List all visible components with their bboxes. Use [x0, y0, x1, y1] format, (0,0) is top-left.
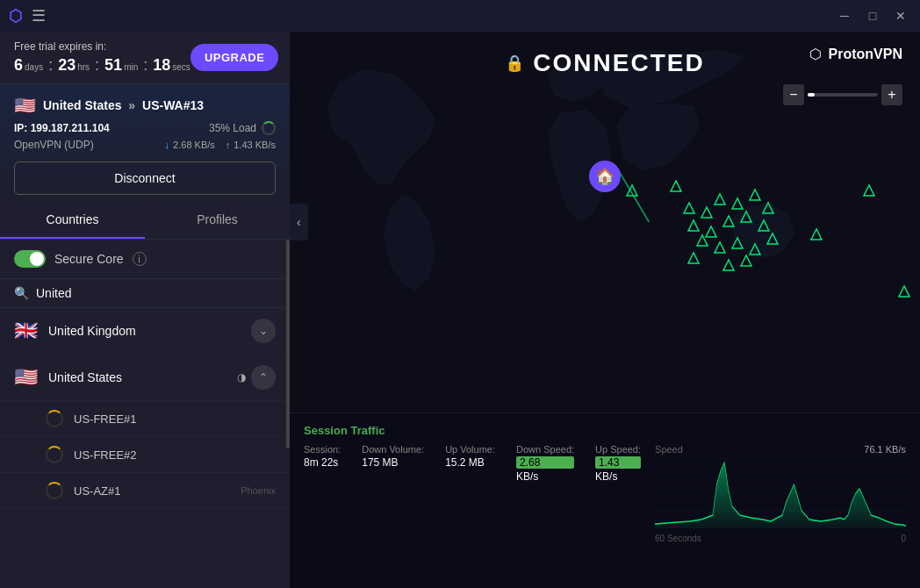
trial-banner: Free trial expires in: 6 days : 23 hrs :…	[0, 32, 290, 84]
trial-hrs-label: hrs	[77, 62, 90, 72]
graph-title: Session Traffic	[304, 424, 906, 437]
load-circle-icon	[262, 121, 276, 135]
us-load-icon: ◑	[237, 371, 246, 384]
uk-country-actions: ⌄	[251, 319, 276, 343]
uk-expand-button[interactable]: ⌄	[251, 319, 276, 343]
server-name-1: US-FREE#1	[74, 412, 276, 426]
trial-secs-num: 18	[153, 56, 170, 75]
down-arrow-icon: ↓	[165, 140, 170, 150]
trial-days: 6 days	[14, 56, 43, 75]
graph-time-labels: 60 Seconds 0	[655, 534, 906, 543]
time-sep-3: :	[143, 56, 147, 75]
server-load-circle-2	[46, 446, 63, 463]
search-input[interactable]	[36, 286, 276, 300]
back-button[interactable]: ‹	[290, 204, 308, 240]
graph-time-left: 60 Seconds	[655, 534, 701, 543]
svg-marker-17	[767, 233, 778, 244]
stat-down-volume-label: Down Volume:	[362, 444, 424, 455]
trial-min-label: min	[124, 62, 138, 72]
time-sep-1: :	[48, 56, 53, 75]
graph-stats: Session: 8m 22s Down Volume: 175 MB Up V…	[304, 444, 641, 536]
sidebar-inner: Secure Core i 🔍 🇬🇧 United Kingdom ⌄	[0, 240, 290, 588]
graph-header: Speed 76.1 KB/s	[655, 444, 906, 455]
upgrade-button[interactable]: UPGRADE	[190, 44, 279, 71]
disconnect-button[interactable]: Disconnect	[14, 161, 276, 195]
trial-hrs-num: 23	[58, 56, 75, 75]
title-bar: ☰ ─ □ ✕	[0, 0, 920, 32]
protonvpn-name: ProtonVPN	[829, 47, 902, 62]
proton-logo-icon	[7, 7, 25, 25]
svg-marker-39	[655, 463, 906, 528]
country-name-uk: United Kingdom	[48, 324, 251, 338]
svg-marker-18	[688, 253, 699, 263]
graph-content: Session: 8m 22s Down Volume: 175 MB Up V…	[304, 444, 906, 543]
trial-countdown: 6 days : 23 hrs : 51 min : 18	[14, 56, 190, 75]
graph-chart-area: Speed 76.1 KB/s	[655, 444, 906, 543]
svg-line-1	[617, 169, 649, 222]
tab-profiles[interactable]: Profiles	[145, 202, 290, 239]
svg-marker-13	[697, 235, 708, 246]
svg-marker-10	[723, 216, 734, 226]
close-button[interactable]: ✕	[888, 4, 913, 28]
svg-marker-9	[706, 226, 716, 237]
connected-text: CONNECTED	[533, 49, 704, 77]
stat-up-speed-unit: KB/s	[595, 470, 641, 483]
connection-location: United States » US-WA#13	[43, 98, 204, 112]
svg-marker-20	[741, 255, 751, 266]
maximize-button[interactable]: □	[860, 4, 885, 28]
zoom-in-button[interactable]: +	[881, 84, 902, 105]
country-item-us[interactable]: 🇺🇸 United States ◑ ⌃	[0, 355, 290, 401]
tab-countries[interactable]: Countries	[0, 202, 145, 239]
graph-speed-axis-label: Speed	[655, 444, 683, 455]
stat-down-volume: Down Volume: 175 MB	[362, 444, 424, 536]
main-layout: Free trial expires in: 6 days : 23 hrs :…	[0, 32, 920, 588]
stat-up-speed: Up Speed: 1.43 KB/s	[595, 444, 641, 536]
country-item-uk[interactable]: 🇬🇧 United Kingdom ⌄	[0, 308, 290, 355]
svg-marker-11	[741, 212, 751, 222]
minimize-button[interactable]: ─	[832, 4, 857, 28]
speed-info: ↓ 2.68 KB/s ↑ 1.43 KB/s	[165, 140, 276, 150]
zoom-out-button[interactable]: −	[783, 84, 804, 105]
lock-icon: 🔒	[505, 54, 524, 73]
trial-secs-label: secs	[172, 62, 190, 72]
stat-up-volume-value: 15.2 MB	[445, 456, 495, 469]
stat-up-speed-label: Up Speed:	[595, 444, 641, 455]
secure-core-toggle[interactable]	[14, 250, 46, 268]
connection-details: IP: 199.187.211.104 35% Load	[14, 121, 276, 135]
search-icon: 🔍	[14, 286, 29, 300]
stat-session-value: 8m 22s	[304, 456, 341, 469]
right-panel: 🔒 CONNECTED ⬡ ProtonVPN − + ‹	[290, 32, 920, 588]
us-flag-icon: 🇺🇸	[14, 95, 36, 116]
svg-marker-29	[899, 286, 909, 297]
server-location-3: Phoenix	[241, 485, 276, 496]
title-bar-left: ☰	[7, 6, 46, 25]
stat-down-speed-label: Down Speed:	[516, 444, 574, 455]
svg-marker-15	[732, 238, 743, 248]
svg-marker-3	[701, 207, 712, 218]
hamburger-menu-icon[interactable]: ☰	[32, 6, 46, 25]
server-item-us-free-1[interactable]: US-FREE#1	[0, 401, 290, 437]
zoom-controls: − +	[783, 84, 902, 105]
server-item-us-az1[interactable]: US-AZ#1 Phoenix	[0, 473, 290, 509]
graph-time-right: 0	[901, 534, 906, 543]
up-speed-value: 1.43 KB/s	[234, 140, 276, 150]
up-arrow-icon: ↑	[226, 140, 231, 150]
down-speed: ↓ 2.68 KB/s	[165, 140, 215, 150]
stat-down-volume-value: 175 MB	[362, 456, 424, 469]
stat-session-label: Session:	[304, 444, 341, 455]
server-item-us-free-2[interactable]: US-FREE#2	[0, 437, 290, 473]
stat-down-speed-value: 2.68	[516, 456, 574, 469]
protonvpn-logo: ⬡ ProtonVPN	[809, 46, 902, 62]
stat-up-speed-value: 1.43	[595, 456, 641, 469]
connection-vpn-info: OpenVPN (UDP) ↓ 2.68 KB/s ↑ 1.43 KB/s	[14, 139, 276, 151]
stat-down-speed: Down Speed: 2.68 KB/s	[516, 444, 574, 536]
country-list: 🇬🇧 United Kingdom ⌄ 🇺🇸 United States ◑ ⌃	[0, 308, 290, 588]
trial-days-num: 6	[14, 56, 23, 75]
server-name-2: US-FREE#2	[74, 448, 276, 462]
svg-marker-14	[715, 242, 725, 253]
map-area: 🔒 CONNECTED ⬡ ProtonVPN − + ‹	[290, 32, 920, 412]
down-speed-value: 2.68 KB/s	[173, 140, 215, 150]
secure-core-info-icon[interactable]: i	[133, 252, 147, 266]
connection-ip: IP: 199.187.211.104	[14, 122, 110, 134]
us-collapse-button[interactable]: ⌃	[251, 365, 276, 390]
